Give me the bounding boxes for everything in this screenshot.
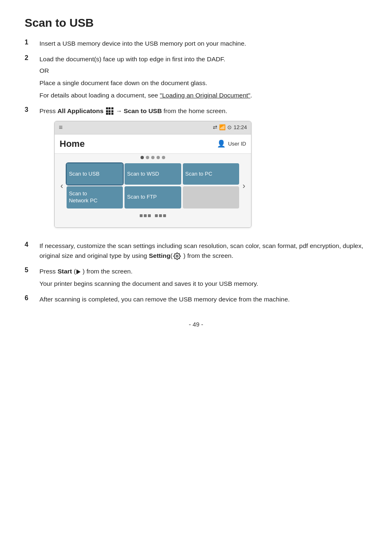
step-3-content: Press All Applicatons → Scan to USB from… bbox=[39, 106, 367, 235]
wifi-icon: ⇄ bbox=[213, 123, 217, 132]
scan-to-pc-btn[interactable]: Scan to PC bbox=[183, 163, 240, 185]
step-1-text: Insert a USB memory device into the USB … bbox=[39, 40, 246, 47]
device-apps-grid: Scan to USB Scan to WSD Scan to PC Scan … bbox=[67, 163, 240, 208]
step-5-line2: Your printer begins scanning the documen… bbox=[39, 279, 367, 289]
settings-icon: ⊙ bbox=[227, 123, 232, 132]
step-2: 2 Load the document(s) face up with top … bbox=[25, 54, 367, 100]
step-2-or: OR bbox=[39, 66, 367, 76]
user-id-label: User ID bbox=[228, 140, 246, 148]
device-ui-wrapper: ≡ ⇄ 📶 ⊙ 12:24 Home 👤 User ID bbox=[54, 121, 251, 228]
step-3-number: 3 bbox=[25, 106, 39, 114]
step-2-number: 2 bbox=[25, 54, 39, 62]
device-nav-dots bbox=[55, 154, 251, 160]
empty-app-btn bbox=[183, 186, 240, 208]
nav-dot-2 bbox=[146, 156, 149, 159]
bottom-dot-3 bbox=[148, 214, 151, 217]
scan-to-wsd-btn[interactable]: Scan to WSD bbox=[125, 163, 181, 185]
step-2-line3: For details about loading a document, se… bbox=[39, 90, 367, 100]
page-number: - 49 - bbox=[25, 321, 367, 328]
left-arrow-btn[interactable]: ‹ bbox=[59, 179, 65, 192]
nav-dot-5 bbox=[162, 156, 165, 159]
step-3-bold2: Scan to USB bbox=[124, 106, 162, 116]
scan-to-network-pc-btn[interactable]: Scan toNetwork PC bbox=[67, 186, 123, 208]
nav-dot-1 bbox=[141, 156, 144, 159]
user-icon: 👤 bbox=[217, 139, 226, 149]
bottom-dot-1 bbox=[140, 214, 143, 217]
device-header: Home 👤 User ID bbox=[55, 134, 251, 154]
bottom-dot-6 bbox=[163, 214, 166, 217]
svg-point-0 bbox=[176, 255, 178, 257]
step-2-content: Load the document(s) face up with top ed… bbox=[39, 54, 367, 100]
step-4-bold: Setting bbox=[149, 252, 171, 259]
step-5-line1-post: ) from the screen. bbox=[81, 268, 133, 275]
scan-to-usb-btn[interactable]: Scan to USB bbox=[67, 163, 123, 185]
bottom-dot-5 bbox=[159, 214, 162, 217]
nav-dot-3 bbox=[151, 156, 154, 159]
step-2-line3-pre: For details about loading a document, se… bbox=[39, 92, 160, 99]
step-2-line3-post: . bbox=[250, 92, 252, 99]
step-4: 4 If necessary, customize the scan setti… bbox=[25, 241, 367, 261]
signal-icon: 📶 bbox=[219, 123, 226, 132]
step-6: 6 After scanning is completed, you can r… bbox=[25, 294, 367, 304]
page-title: Scan to USB bbox=[25, 16, 367, 30]
step-3-post: from the home screen. bbox=[164, 106, 227, 116]
nav-dot-4 bbox=[157, 156, 160, 159]
scan-to-ftp-btn[interactable]: Scan to FTP bbox=[125, 186, 181, 208]
home-label: Home bbox=[60, 137, 85, 151]
bottom-dot-row-1 bbox=[140, 214, 151, 224]
step-3: 3 Press All Applicatons → Scan to USB fr… bbox=[25, 106, 367, 235]
step-5: 5 Press Start ( ) from the screen. Your … bbox=[25, 266, 367, 289]
step-3-arrow: → bbox=[116, 106, 122, 116]
step-5-number: 5 bbox=[25, 266, 39, 274]
device-ui: ≡ ⇄ 📶 ⊙ 12:24 Home 👤 User ID bbox=[54, 121, 251, 228]
step-2-line1: Load the document(s) face up with top ed… bbox=[39, 56, 225, 63]
right-arrow-btn[interactable]: › bbox=[241, 179, 247, 192]
bottom-dot-4 bbox=[155, 214, 158, 217]
gear-icon bbox=[173, 253, 181, 260]
all-apps-grid-icon bbox=[106, 107, 113, 115]
bottom-dot-2 bbox=[144, 214, 147, 217]
step-4-number: 4 bbox=[25, 241, 39, 248]
device-apps-area: ‹ Scan to USB Scan to WSD Scan to PC Sca… bbox=[55, 160, 251, 212]
step-3-pre: Press bbox=[39, 106, 56, 116]
time-display: 12:24 bbox=[233, 123, 247, 132]
step-1: 1 Insert a USB memory device into the US… bbox=[25, 39, 367, 49]
step-1-content: Insert a USB memory device into the USB … bbox=[39, 39, 367, 49]
step-2-line2: Place a single document face down on the… bbox=[39, 78, 367, 88]
user-id-area: 👤 User ID bbox=[217, 139, 246, 149]
step-3-line: Press All Applicatons → Scan to USB from… bbox=[39, 106, 367, 116]
steps-list: 1 Insert a USB memory device into the US… bbox=[25, 39, 367, 304]
hamburger-icon: ≡ bbox=[59, 123, 62, 133]
device-status-bar: ≡ ⇄ 📶 ⊙ 12:24 bbox=[55, 121, 251, 134]
play-icon bbox=[76, 269, 81, 274]
step-1-number: 1 bbox=[25, 39, 39, 46]
step-5-bold: Start bbox=[58, 268, 72, 275]
step-6-content: After scanning is completed, you can rem… bbox=[39, 294, 367, 304]
status-icons: ⇄ 📶 ⊙ 12:24 bbox=[213, 123, 247, 132]
step-3-bold1: All Applicatons bbox=[58, 106, 104, 116]
step-4-text-post: ) from the screen. bbox=[183, 252, 233, 259]
step-5-line1-pre: Press bbox=[39, 268, 58, 275]
device-bottom-dots bbox=[55, 212, 251, 227]
loading-doc-link[interactable]: "Loading an Original Document" bbox=[160, 92, 250, 99]
step-4-content: If necessary, customize the scan setting… bbox=[39, 241, 367, 261]
step-6-text: After scanning is completed, you can rem… bbox=[39, 296, 290, 303]
step-5-content: Press Start ( ) from the screen. Your pr… bbox=[39, 266, 367, 289]
step-6-number: 6 bbox=[25, 294, 39, 302]
bottom-dot-row-2 bbox=[155, 214, 166, 224]
